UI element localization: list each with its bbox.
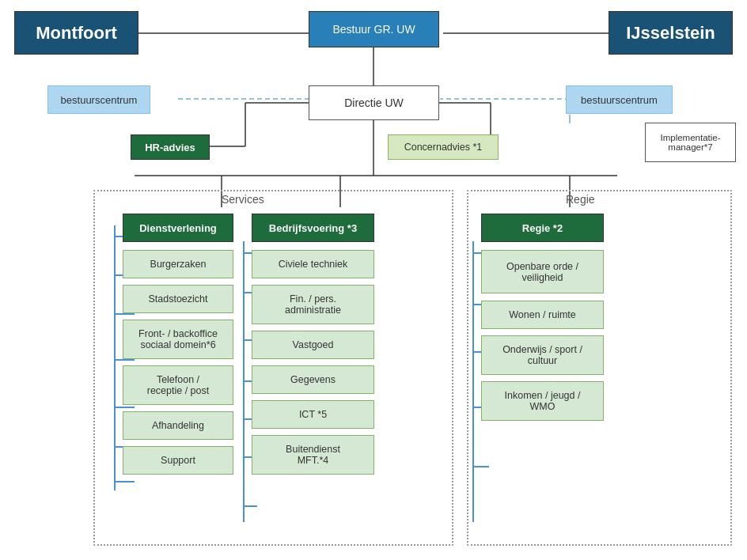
services-label: Services [222,193,264,206]
bestuurscentrum-right-label: bestuurscentrum [581,94,658,106]
concernadvies-label: Concernadvies *1 [404,142,483,153]
regie-header-box: Regie *2 [481,214,604,242]
regie-label: Regie [566,193,595,206]
hr-advies-box: HR-advies [131,134,210,160]
burgerzaken-label: Burgerzaken [150,259,207,270]
concernadvies-box: Concernadvies *1 [388,134,499,160]
openbare-orde-label: Openbare orde / veiligheid [506,261,578,283]
ict-box: ICT *5 [252,400,374,429]
bestuurscentrum-left: bestuurscentrum [47,85,150,114]
dienstverlening-label: Dienstverlening [139,222,217,234]
bestuurscentrum-right: bestuurscentrum [566,85,673,114]
burgerzaken-box: Burgerzaken [123,250,233,278]
civiele-box: Civiele techniek [252,250,374,278]
vastgoed-box: Vastgoed [252,331,374,359]
finpers-box: Fin. / pers. administratie [252,285,374,324]
dienstverlening-box: Dienstverlening [123,214,233,242]
buitendienst-box: Buitendienst MFT.*4 [252,435,374,475]
bedrijfsvoering-box: Bedrijfsvoering *3 [252,214,374,242]
civiele-label: Civiele techniek [279,259,348,270]
gegevens-label: Gegevens [290,374,336,385]
gegevens-box: Gegevens [252,365,374,394]
ijsselstein-label: IJsselstein [626,23,715,44]
hr-advies-label: HR-advies [145,142,195,153]
buitendienst-label: Buitendienst MFT.*4 [286,444,340,466]
finpers-label: Fin. / pers. administratie [285,293,341,316]
implementatie-label: Implementatie- manager*7 [660,133,720,152]
inkomen-label: Inkomen / jeugd / WMO [505,390,581,412]
bedrijfsvoering-label: Bedrijfsvoering *3 [269,222,357,234]
frontbackoffice-box: Front- / backoffice sociaal domein*6 [123,320,233,359]
bestuurscentrum-left-label: bestuurscentrum [61,94,138,106]
bestuur-label: Bestuur GR. UW [332,23,415,36]
frontbackoffice-label: Front- / backoffice sociaal domein*6 [138,328,218,350]
telefoon-label: Telefoon / receptie / post [147,374,210,396]
inkomen-box: Inkomen / jeugd / WMO [481,381,604,421]
support-label: Support [161,455,195,466]
stadstoezicht-label: Stadstoezicht [148,293,207,305]
directie-box: Directie UW [309,85,439,120]
montfoort-label: Montfoort [36,23,117,44]
diagram: Montfoort IJsselstein Bestuur GR. UW bes… [0,0,747,560]
openbare-orde-box: Openbare orde / veiligheid [481,250,604,293]
regie-header-label: Regie *2 [522,222,563,234]
implementatie-box: Implementatie- manager*7 [645,123,736,162]
support-box: Support [123,446,233,475]
ict-label: ICT *5 [299,409,327,420]
vastgoed-label: Vastgoed [293,339,334,350]
telefoon-box: Telefoon / receptie / post [123,365,233,405]
afhandeling-label: Afhandeling [152,420,204,431]
stadstoezicht-box: Stadstoezicht [123,285,233,313]
ijsselstein-box: IJsselstein [609,11,733,55]
wonen-box: Wonen / ruimte [481,301,604,329]
onderwijs-box: Onderwijs / sport / cultuur [481,335,604,375]
directie-label: Directie UW [344,96,404,109]
bestuur-box: Bestuur GR. UW [309,11,439,47]
montfoort-box: Montfoort [14,11,138,55]
wonen-label: Wonen / ruimte [509,309,576,320]
onderwijs-label: Onderwijs / sport / cultuur [502,344,582,366]
afhandeling-box: Afhandeling [123,411,233,440]
